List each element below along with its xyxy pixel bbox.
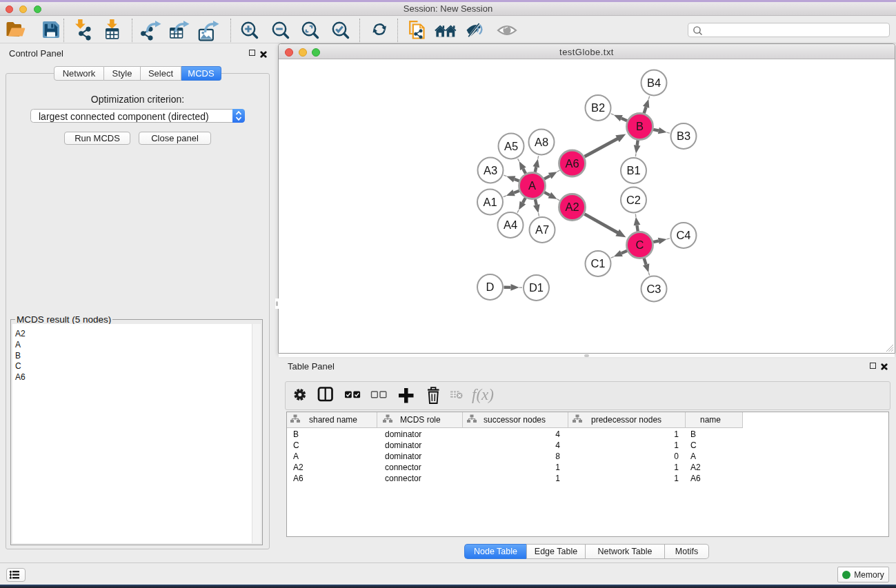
svg-text:A3: A3 — [484, 164, 497, 176]
svg-text:B1: B1 — [626, 164, 640, 176]
svg-text:C2: C2 — [626, 194, 641, 206]
svg-text:B4: B4 — [647, 77, 661, 89]
svg-text:C: C — [636, 239, 644, 251]
svg-text:A8: A8 — [535, 136, 548, 148]
svg-text:A5: A5 — [504, 140, 518, 152]
svg-text:A6: A6 — [565, 157, 579, 170]
svg-text:C4: C4 — [676, 229, 690, 241]
svg-text:A4: A4 — [504, 219, 517, 231]
svg-text:B3: B3 — [677, 130, 690, 142]
svg-text:A: A — [528, 179, 536, 192]
svg-text:A7: A7 — [535, 223, 549, 236]
svg-text:f(x): f(x) — [472, 386, 494, 403]
svg-text:C3: C3 — [646, 283, 661, 295]
svg-text:D1: D1 — [529, 281, 544, 294]
svg-text:D: D — [486, 281, 495, 293]
svg-text:B: B — [636, 120, 644, 132]
svg-text:A2: A2 — [565, 201, 579, 213]
svg-text:B2: B2 — [591, 101, 605, 114]
svg-text:A1: A1 — [483, 196, 497, 208]
svg-text:C1: C1 — [590, 257, 605, 270]
